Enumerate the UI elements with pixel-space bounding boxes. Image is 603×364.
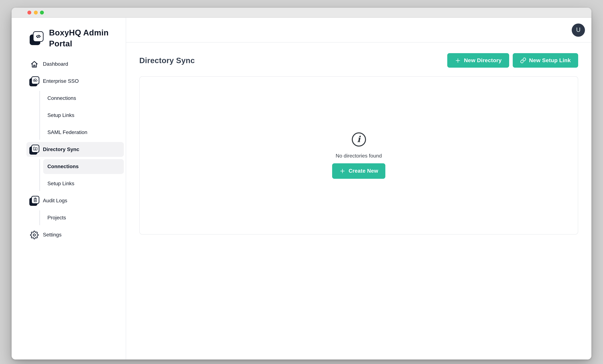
plus-icon (339, 168, 346, 174)
sidebar: BoxyHQ Admin Portal Dashboard (12, 18, 126, 360)
sidebar-item-sso-connections[interactable]: Connections (43, 91, 124, 106)
enterprise-sso-sublist: Connections Setup Links SAML Federation (39, 91, 124, 140)
sidebar-item-label: Connections (47, 95, 76, 101)
directory-sync-sublist: Connections Setup Links (39, 159, 124, 191)
sidebar-item-dashboard[interactable]: Dashboard (26, 57, 124, 72)
sidebar-nav: Dashboard Enterprise S (26, 57, 124, 242)
new-directory-label: New Directory (464, 57, 502, 64)
create-new-label: Create New (348, 168, 378, 174)
sidebar-item-label: Audit Logs (43, 198, 67, 204)
window-content: BoxyHQ Admin Portal Dashboard (12, 18, 591, 360)
directory-folder-keycap-icon (29, 144, 39, 154)
sidebar-item-label: Connections (47, 164, 79, 169)
sidebar-item-audit-logs[interactable]: Audit Logs (26, 193, 124, 208)
sidebar-item-saml-federation[interactable]: SAML Federation (43, 125, 124, 140)
code-keycap-icon (30, 31, 44, 45)
brand-title: BoxyHQ Admin Portal (49, 27, 119, 49)
user-avatar[interactable]: U (572, 23, 585, 37)
directory-sync-page: Directory Sync New Directory (126, 43, 591, 234)
app-window: BoxyHQ Admin Portal Dashboard (12, 8, 591, 360)
sidebar-item-sso-setup-links[interactable]: Setup Links (43, 108, 124, 123)
info-icon: i (352, 132, 366, 146)
minimize-window-button[interactable] (34, 11, 38, 14)
sidebar-item-label: Settings (43, 232, 62, 238)
sidebar-item-label: SAML Federation (47, 130, 87, 135)
page-title: Directory Sync (139, 56, 195, 65)
new-setup-link-label: New Setup Link (529, 57, 571, 64)
main-area: U Directory Sync New Directory (126, 18, 591, 360)
sidebar-item-projects[interactable]: Projects (43, 210, 124, 225)
sidebar-item-label: Setup Links (47, 112, 74, 118)
desktop: BoxyHQ Admin Portal Dashboard (0, 0, 603, 364)
sidebar-item-settings[interactable]: Settings (26, 227, 124, 242)
sso-cloud-keycap-icon (29, 76, 39, 86)
topbar: U (126, 18, 591, 43)
new-setup-link-button[interactable]: New Setup Link (512, 53, 578, 68)
sidebar-item-dsync-connections[interactable]: Connections (43, 159, 124, 174)
sidebar-item-label: Dashboard (43, 61, 68, 67)
window-titlebar (12, 8, 591, 18)
link-icon (520, 57, 526, 64)
plus-icon (454, 57, 461, 64)
home-icon (29, 60, 39, 68)
sidebar-item-label: Enterprise SSO (43, 78, 79, 84)
audit-clipboard-keycap-icon (29, 196, 39, 206)
new-directory-button[interactable]: New Directory (447, 53, 509, 68)
sidebar-item-label: Setup Links (47, 181, 74, 187)
gear-icon (29, 231, 39, 239)
audit-logs-sublist: Projects (39, 210, 124, 225)
empty-state-message: No directories found (336, 153, 382, 159)
brand: BoxyHQ Admin Portal (30, 27, 119, 49)
page-actions: New Directory New Setup Link (447, 53, 578, 68)
close-window-button[interactable] (27, 11, 31, 14)
empty-state-card: i No directories found Create New (139, 76, 578, 234)
zoom-window-button[interactable] (40, 11, 44, 14)
create-new-button[interactable]: Create New (332, 163, 385, 179)
sidebar-item-dsync-setup-links[interactable]: Setup Links (43, 176, 124, 191)
sidebar-item-directory-sync[interactable]: Directory Sync (26, 142, 124, 157)
sidebar-item-label: Directory Sync (43, 147, 79, 152)
sidebar-item-enterprise-sso[interactable]: Enterprise SSO (26, 74, 124, 88)
page-header: Directory Sync New Directory (139, 53, 578, 68)
sidebar-item-label: Projects (47, 215, 66, 221)
